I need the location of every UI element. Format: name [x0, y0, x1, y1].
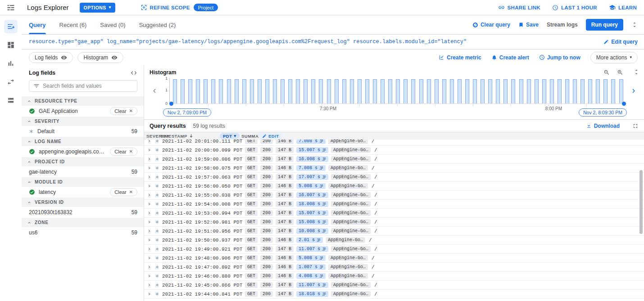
- expand-chevron-icon[interactable]: [146, 157, 152, 162]
- log-entry-row[interactable]: 2021-11-02 19:44:00.841 PDT GET 200 147 …: [144, 290, 644, 299]
- clear-filter-button[interactable]: Clear ✕: [110, 107, 137, 115]
- time-range-button[interactable]: LAST 1 HOUR: [552, 4, 597, 11]
- expand-chevron-icon[interactable]: [146, 211, 152, 216]
- log-entry-row[interactable]: 2021-11-02 19:55:00.038 PDT GET 200 147 …: [144, 191, 644, 200]
- log-entry-row[interactable]: 2021-11-02 19:48:00.906 PDT GET 200 146 …: [144, 254, 644, 263]
- field-value-row[interactable]: Default 59: [22, 126, 144, 137]
- log-entry-row[interactable]: 2021-11-02 19:58:00.075 PDT GET 200 146 …: [144, 164, 644, 173]
- field-section-header[interactable]: RESOURCE TYPE: [22, 96, 144, 106]
- expand-chevron-icon[interactable]: [146, 175, 152, 180]
- log-entry-row[interactable]: 2021-11-02 19:51:00.956 PDT GET 200 147 …: [144, 227, 644, 236]
- search-input[interactable]: [43, 83, 133, 89]
- expand-chevron-icon[interactable]: [146, 184, 152, 189]
- collapse-query-icon[interactable]: [631, 22, 638, 28]
- expand-chevron-icon[interactable]: [146, 265, 152, 270]
- create-metric-button[interactable]: Create metric: [439, 54, 481, 61]
- log-entry-row[interactable]: 2021-11-02 19:53:00.994 PDT GET 200 147 …: [144, 209, 644, 218]
- expand-chevron-icon[interactable]: [146, 274, 152, 279]
- more-actions-button[interactable]: More actions ▾: [590, 52, 638, 63]
- edit-summary-button[interactable]: EDIT: [259, 133, 283, 139]
- log-fields-chip[interactable]: Log fields: [29, 52, 73, 63]
- log-entry-row[interactable]: 2021-11-02 19:47:00.892 PDT GET 200 146 …: [144, 263, 644, 272]
- cloud-logging-logo-icon[interactable]: [6, 3, 15, 12]
- timezone-chip[interactable]: PDT ▾: [220, 133, 240, 139]
- stream-logs-button[interactable]: Stream logs: [547, 22, 578, 28]
- expand-chevron-icon[interactable]: [146, 292, 152, 297]
- expand-chevron-icon[interactable]: [146, 166, 152, 171]
- query-text[interactable]: resource.type="gae_app" log_name="projec…: [29, 39, 467, 45]
- expand-chevron-icon[interactable]: [146, 202, 152, 207]
- field-section-header[interactable]: SEVERITY: [22, 117, 144, 126]
- column-timestamp[interactable]: TIMESTAMP: [160, 134, 194, 139]
- log-entry-row[interactable]: 2021-11-02 19:57:00.063 PDT GET 200 147 …: [144, 173, 644, 182]
- tab-suggested[interactable]: Suggested (2): [139, 15, 176, 34]
- field-value-row[interactable]: us6 59: [22, 227, 144, 238]
- field-value-row[interactable]: 20210930t163832 59: [22, 207, 144, 218]
- log-entry-row[interactable]: 2021-11-02 19:54:00.008 PDT GET 200 147 …: [144, 200, 644, 209]
- log-based-metrics-icon[interactable]: [4, 57, 18, 70]
- tab-saved[interactable]: Saved (0): [100, 15, 125, 34]
- log-entry-row[interactable]: 2021-11-02 19:50:00.937 PDT GET 200 146 …: [144, 236, 644, 245]
- tab-query[interactable]: Query: [29, 15, 46, 34]
- options-button[interactable]: OPTIONS ▾: [80, 3, 115, 13]
- clear-filter-button[interactable]: Clear ✕: [110, 148, 137, 156]
- clear-filter-button[interactable]: Clear ✕: [110, 188, 137, 196]
- field-value-row[interactable]: appengine.googleapis.com/requ… Clear ✕: [22, 146, 144, 157]
- collapse-panel-icon[interactable]: [130, 70, 137, 76]
- learn-button[interactable]: LEARN: [609, 4, 637, 11]
- logs-storage-icon[interactable]: [4, 94, 18, 107]
- field-value-row[interactable]: GAE Application Clear ✕: [22, 106, 144, 117]
- fullscreen-icon[interactable]: [632, 123, 639, 129]
- range-end-pill[interactable]: Nov 2, 8:09:30 PM: [579, 108, 627, 117]
- jump-to-now-button[interactable]: Jump to now: [539, 54, 581, 61]
- expand-chevron-icon[interactable]: [146, 220, 152, 225]
- project-scope-badge[interactable]: Project: [194, 4, 218, 11]
- field-value-row[interactable]: latency Clear ✕: [22, 187, 144, 198]
- zoom-in-icon[interactable]: [617, 69, 623, 76]
- expand-chevron-icon[interactable]: [146, 139, 152, 144]
- save-button[interactable]: Save: [518, 22, 539, 28]
- expand-chevron-icon[interactable]: [146, 247, 152, 252]
- expand-chevron-icon[interactable]: [146, 238, 152, 243]
- collapse-histogram-icon[interactable]: [633, 69, 639, 75]
- histogram-chip[interactable]: Histogram: [77, 52, 123, 63]
- zoom-out-icon[interactable]: [603, 69, 610, 76]
- vertical-scrollbar[interactable]: [639, 170, 643, 234]
- log-entry-row[interactable]: 2021-11-02 19:49:00.921 PDT GET 200 147 …: [144, 245, 644, 254]
- expand-chevron-icon[interactable]: [146, 229, 152, 234]
- field-section-header[interactable]: ZONE: [22, 218, 144, 227]
- expand-chevron-icon[interactable]: [146, 256, 152, 261]
- pan-left-button[interactable]: [150, 78, 159, 104]
- field-section-header[interactable]: VERSION ID: [22, 198, 144, 207]
- create-alert-button[interactable]: Create alert: [491, 54, 529, 61]
- log-entry-row[interactable]: 2021-11-02 19:56:00.050 PDT GET 200 146 …: [144, 182, 644, 191]
- edit-query-button[interactable]: Edit query: [598, 39, 638, 45]
- user-agent-badge: AppEngine-Go…: [331, 228, 371, 234]
- expand-chevron-icon[interactable]: [146, 283, 152, 288]
- download-button[interactable]: Download: [586, 123, 620, 129]
- log-entry-row[interactable]: 2021-11-02 20:00:00.099 PDT GET 200 147 …: [144, 146, 644, 155]
- field-section-header[interactable]: PROJECT ID: [22, 157, 144, 166]
- range-start-pill[interactable]: Nov 2, 7:09:00 PM: [163, 108, 211, 117]
- log-entry-row[interactable]: 2021-11-02 19:45:00.866 PDT GET 200 147 …: [144, 281, 644, 290]
- field-value-row[interactable]: gae-latency 59: [22, 166, 144, 177]
- log-entry-row[interactable]: 2021-11-02 19:52:00.981 PDT GET 200 147 …: [144, 218, 644, 227]
- range-end-handle[interactable]: [622, 102, 626, 106]
- tab-recent[interactable]: Recent (6): [59, 15, 87, 34]
- logs-router-icon[interactable]: [4, 75, 18, 89]
- clear-query-button[interactable]: Clear query: [472, 22, 510, 28]
- logs-dashboard-icon[interactable]: [4, 38, 18, 52]
- share-link-button[interactable]: SHARE LINK: [498, 4, 540, 11]
- log-entry-row[interactable]: 2021-11-02 19:46:00.880 PDT GET 200 146 …: [144, 272, 644, 281]
- run-query-button[interactable]: Run query: [586, 19, 623, 31]
- expand-chevron-icon[interactable]: [146, 193, 152, 198]
- log-entry-row[interactable]: 2021-11-02 20:01:00.111 PDT GET 200 146 …: [144, 139, 644, 146]
- field-section-header[interactable]: MODULE ID: [22, 177, 144, 187]
- expand-chevron-icon[interactable]: [146, 148, 152, 153]
- range-start-handle[interactable]: [169, 102, 173, 106]
- refine-scope-button[interactable]: REFINE SCOPE: [141, 4, 190, 11]
- logs-explorer-icon[interactable]: [4, 20, 18, 33]
- pan-right-button[interactable]: [629, 78, 639, 104]
- log-entry-row[interactable]: 2021-11-02 19:59:00.086 PDT GET 200 147 …: [144, 155, 644, 164]
- field-section-header[interactable]: LOG NAME: [22, 137, 144, 146]
